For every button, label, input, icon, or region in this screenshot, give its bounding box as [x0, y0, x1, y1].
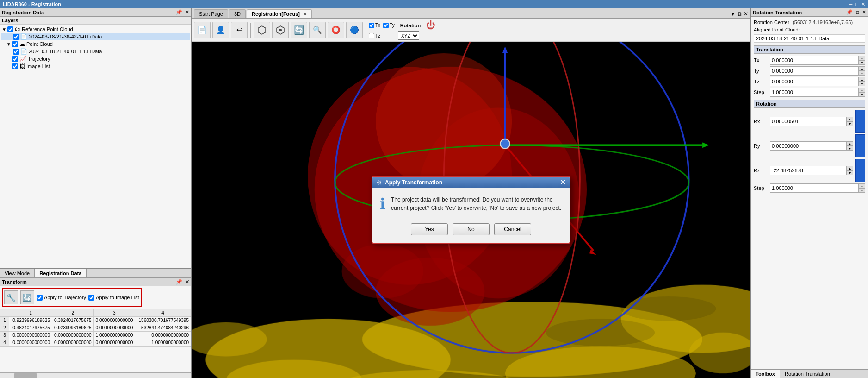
- tab-registration-data[interactable]: Registration Data: [35, 269, 87, 277]
- ty-down-btn[interactable]: ▼: [859, 71, 865, 76]
- tab-float-icon[interactable]: ⧉: [738, 11, 742, 17]
- rx-up-btn[interactable]: ▲: [847, 117, 853, 121]
- tx-label: Tx: [754, 57, 770, 63]
- ty-up-btn[interactable]: ▲: [859, 66, 865, 71]
- rz-up-btn[interactable]: ▲: [847, 166, 853, 170]
- toolbar-btn-hex2[interactable]: [272, 22, 289, 38]
- point-cloud-checkbox[interactable]: [12, 41, 18, 47]
- step-t-down-btn[interactable]: ▼: [859, 92, 865, 97]
- matrix-row-2: 2 -0.3824017675675 0.9239996189625 0.000…: [0, 324, 191, 332]
- matrix-table: 1 2 3 4 1 0.9239996189625 0.382401767567…: [0, 309, 191, 346]
- ry-input[interactable]: [770, 141, 847, 151]
- pin-icon[interactable]: 📌: [176, 9, 182, 15]
- step-t-up-btn[interactable]: ▲: [859, 88, 865, 92]
- dialog-close-icon[interactable]: ✕: [560, 179, 566, 186]
- tx-down-btn[interactable]: ▼: [859, 60, 865, 65]
- minimize-btn[interactable]: ─: [849, 1, 853, 7]
- rotation-section-header: Rotation: [754, 100, 865, 108]
- rx-input[interactable]: [770, 117, 847, 126]
- ty-checkbox[interactable]: Ty: [383, 23, 395, 28]
- point-file-checkbox[interactable]: [13, 49, 19, 55]
- apply-trajectory-check[interactable]: Apply to Trajectory: [37, 295, 86, 301]
- ry-up-btn[interactable]: ▲: [847, 141, 853, 146]
- tab-start-page[interactable]: Start Page: [194, 9, 228, 18]
- toolbar-btn-rotate[interactable]: 🔄: [291, 22, 307, 38]
- ry-down-btn[interactable]: ▼: [847, 146, 853, 151]
- trajectory-checkbox[interactable]: [12, 56, 18, 62]
- tz-checkbox[interactable]: Tz: [369, 33, 380, 38]
- right-close-icon[interactable]: ✕: [862, 9, 866, 15]
- tab-dropdown-icon[interactable]: ▼: [730, 11, 736, 17]
- close-btn[interactable]: ✕: [861, 1, 865, 7]
- tree-item-trajectory[interactable]: 📈 Trajectory: [1, 55, 190, 63]
- h-scrollbar[interactable]: [0, 372, 191, 378]
- tx-checkbox[interactable]: Tx: [369, 23, 380, 28]
- toolbar-btn-new[interactable]: 📄: [194, 22, 211, 38]
- tz-input[interactable]: [770, 77, 859, 86]
- transform-close-icon[interactable]: ✕: [185, 279, 189, 285]
- right-tab-rotation-translation[interactable]: Rotation Translation: [780, 370, 835, 378]
- step-r-down-btn[interactable]: ▼: [859, 188, 865, 193]
- point-cloud-label: Point Cloud: [26, 41, 53, 47]
- matrix-row-3: 3 0.0000000000000 0.0000000000000 1.0000…: [0, 332, 191, 339]
- transform-title-bar: Transform 📌 ✕: [0, 278, 191, 286]
- rx-slider[interactable]: [855, 110, 865, 133]
- dialog-yes-button[interactable]: Yes: [411, 223, 448, 235]
- ry-label: Ry: [754, 143, 770, 149]
- tab-view-mode[interactable]: View Mode: [0, 269, 35, 277]
- tree-item-reference[interactable]: ▼ 🗂 Reference Point Cloud: [1, 25, 190, 33]
- tz-label-right: Tz: [754, 79, 770, 84]
- rz-slider[interactable]: [855, 159, 865, 182]
- rx-down-btn[interactable]: ▼: [847, 121, 853, 126]
- tab-registration-focus[interactable]: Registration[Focus] ✕: [247, 9, 312, 18]
- dialog-no-button[interactable]: No: [453, 223, 490, 235]
- tx-up-btn[interactable]: ▲: [859, 56, 865, 60]
- close-tab-icon[interactable]: ✕: [303, 12, 307, 17]
- tree-item-ref-file[interactable]: 📄 2024-03-18-21-36-42-1-0.LiData: [1, 33, 190, 40]
- tz-up-btn[interactable]: ▲: [859, 77, 865, 82]
- rz-down-btn[interactable]: ▼: [847, 170, 853, 175]
- apply-image-list-check[interactable]: Apply to Image List: [88, 295, 139, 301]
- lidata-icon-1: 📄: [20, 33, 27, 40]
- tz-down-btn[interactable]: ▼: [859, 82, 865, 86]
- tx-input[interactable]: [770, 56, 859, 65]
- toolbar-btn-person[interactable]: 👤: [212, 22, 229, 38]
- col-header-4: 4: [135, 309, 191, 317]
- rz-input[interactable]: [770, 166, 847, 175]
- tab-3d[interactable]: 3D: [229, 9, 246, 18]
- toolbar-btn-hex1[interactable]: [254, 22, 270, 38]
- step-r-input[interactable]: [770, 183, 859, 193]
- tree-item-image-list[interactable]: 🖼 Image List: [1, 63, 190, 70]
- tree-item-point-file[interactable]: 📄 2024-03-18-21-40-01-1-1.LiData: [1, 48, 190, 55]
- tab-close-icon[interactable]: ✕: [744, 11, 748, 17]
- toolbar-btn-zoom[interactable]: 🔍: [309, 22, 326, 38]
- right-pin-icon[interactable]: 📌: [846, 9, 853, 15]
- step-r-up-btn[interactable]: ▲: [859, 183, 865, 188]
- dialog-title-bar[interactable]: ⚙ Apply Transformation ✕: [372, 177, 570, 188]
- transform-pin-icon[interactable]: 📌: [176, 279, 182, 285]
- transform-btn-2[interactable]: 🔄: [20, 290, 34, 304]
- ty-input[interactable]: [770, 66, 859, 76]
- step-t-input[interactable]: [770, 88, 859, 97]
- close-panel-icon[interactable]: ✕: [185, 9, 189, 15]
- toolbar-btn-circle1[interactable]: ⭕: [328, 22, 344, 38]
- ref-cloud-checkbox[interactable]: [7, 26, 13, 32]
- maximize-btn[interactable]: □: [855, 1, 858, 7]
- ref-file-checkbox[interactable]: [13, 34, 19, 40]
- transform-btn-1[interactable]: 🔧: [4, 290, 18, 304]
- right-float-icon[interactable]: ⧉: [856, 9, 859, 15]
- dialog-cancel-button[interactable]: Cancel: [494, 223, 531, 235]
- col-header-2: 2: [52, 309, 93, 317]
- matrix-table-wrap: 1 2 3 4 1 0.9239996189625 0.382401767567…: [0, 309, 191, 372]
- tree-item-point-cloud[interactable]: ▼ ☁ Point Cloud: [1, 40, 190, 48]
- toolbar-btn-circle2[interactable]: 🔵: [346, 22, 363, 38]
- toolbar-btn-undo[interactable]: ↩: [231, 22, 248, 38]
- rotation-select[interactable]: XYZ ZYX ZXY: [398, 32, 419, 40]
- transform-controls: 🔧 🔄 Apply to Trajectory Apply to Image L…: [2, 288, 142, 307]
- power-btn[interactable]: ⏻: [426, 20, 435, 31]
- toolbar-separator-1: [250, 23, 251, 38]
- right-tab-toolbox[interactable]: Toolbox: [751, 370, 780, 378]
- image-list-checkbox[interactable]: [12, 63, 18, 69]
- aligned-cloud-value: 2024-03-18-21-40-01-1-1.LiData: [756, 36, 829, 41]
- ry-slider[interactable]: [855, 134, 865, 158]
